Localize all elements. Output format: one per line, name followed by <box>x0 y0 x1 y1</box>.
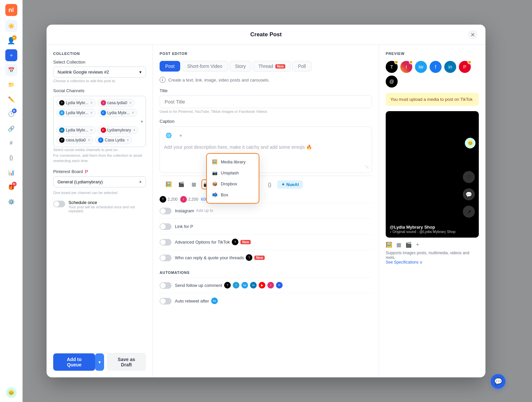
instagram-notification-badge <box>409 60 413 64</box>
link-for-p-row: Link for P <box>160 218 372 234</box>
auto-retweet-toggle[interactable] <box>160 298 172 304</box>
title-input[interactable] <box>160 95 372 108</box>
sidebar-icon-sun[interactable]: ☀️ <box>5 20 17 32</box>
caption-placeholder[interactable]: Add your post description here, make it … <box>164 143 368 151</box>
channel-tag[interactable]: in Lydia Mybr... × <box>56 126 96 134</box>
remove-channel-icon[interactable]: × <box>90 100 93 105</box>
remove-channel-icon[interactable]: × <box>127 138 129 142</box>
unsplash-option[interactable]: 📷 Unsplash <box>207 167 259 178</box>
add-icon[interactable]: ＋ <box>176 131 185 140</box>
send-followup-toggle[interactable] <box>160 282 172 289</box>
char-count-instagram: I 2,200 <box>180 196 198 203</box>
channel-tag[interactable]: T casa.lydia0 × <box>56 136 93 144</box>
tab-post[interactable]: Post <box>160 61 180 72</box>
video-actions: ♡ 💬 ↗ <box>463 171 475 218</box>
sidebar-icon-code[interactable]: {} <box>5 152 17 164</box>
nuei-button[interactable]: ✦ NueAI <box>277 180 303 189</box>
remove-channel-icon[interactable]: × <box>133 128 135 132</box>
link-for-p-toggle[interactable] <box>160 223 172 230</box>
linkedin-preview-platform[interactable]: in <box>444 61 456 73</box>
media-library-option[interactable]: 🖼️ Media library <box>207 156 259 167</box>
tab-thread[interactable]: Thread New <box>253 61 291 72</box>
channel-tag[interactable]: I casa.lydia0 × <box>98 99 135 107</box>
channel-tag[interactable]: F Lydia Mybr... × <box>98 109 137 117</box>
instagram-toggle[interactable] <box>160 208 172 214</box>
twitter-preview-platform[interactable]: tw <box>415 61 427 73</box>
video-sound-text: ♪ Original sound - @Lydia Mybrary Shop <box>390 230 475 234</box>
sidebar-icon-calendar[interactable]: 📅 <box>5 64 17 76</box>
channel-tag[interactable]: P Lydiamybrary × <box>98 126 139 134</box>
sidebar-icon-chart[interactable]: 📊 <box>5 166 17 178</box>
facebook-preview-platform[interactable]: f <box>430 61 442 73</box>
sidebar-icon-clock[interactable]: 🕐 B <box>5 108 17 120</box>
comment-icon[interactable]: 💬 <box>463 188 475 200</box>
schedule-once-row: Schedule once Your post will be schedule… <box>53 200 146 213</box>
spec-text: Supports images posts, multimedia, video… <box>386 251 479 260</box>
link-for-p-label: Link for P <box>175 224 193 229</box>
sidebar: nl ☀️ 👤 ● ＋ 📅 📁 ✏️ 🕐 B 🔗 # {} 📊 🎁 N ⚙️ 😊 <box>0 0 23 402</box>
chat-fab-button[interactable]: 💬 <box>491 374 505 389</box>
modal-header: Create Post ✕ <box>47 25 485 45</box>
tab-short-form-video[interactable]: Short-form Video <box>182 61 228 72</box>
channel-tags-container: T Lydia Mybr... × I casa.lydia0 × B Lydi… <box>53 96 146 147</box>
channels-expand-icon[interactable]: ▾ <box>141 119 143 124</box>
threads-preview-platform[interactable]: @ <box>386 76 398 88</box>
preview-title: PREVIEW <box>386 52 479 56</box>
sidebar-icon-folder[interactable]: 📁 <box>5 79 17 91</box>
remove-channel-icon[interactable]: × <box>88 138 90 142</box>
save-draft-button[interactable]: Save as Draft <box>107 353 146 371</box>
sidebar-icon-edit[interactable]: ✏️ <box>5 93 17 105</box>
sidebar-icon-settings[interactable]: ⚙️ <box>5 196 17 208</box>
share-icon[interactable]: ↗ <box>463 206 475 218</box>
unsplash-icon: 📷 <box>212 170 217 175</box>
carousel-icon[interactable]: ▦ <box>189 179 199 189</box>
dropbox-option[interactable]: 📦 Dropbox <box>207 178 259 189</box>
media-toolbar: 🖼️ 🎬 ▦ 📷 😊 A ≡ # {} ✦ NueAI <box>160 176 372 193</box>
code-icon[interactable]: {} <box>265 179 275 189</box>
video-icon[interactable]: 🎬 <box>176 179 186 189</box>
remove-channel-icon[interactable]: × <box>129 100 132 105</box>
tiktok-notification-badge <box>394 60 398 64</box>
collection-dropdown[interactable]: Nuelink Google reviews #2 ▾ <box>53 67 146 78</box>
see-specifications-link[interactable]: See Specifications ∨ <box>386 260 479 265</box>
schedule-once-toggle[interactable] <box>53 201 65 207</box>
channel-tag[interactable]: B Lydia Mybr... × <box>56 109 96 117</box>
tab-story[interactable]: Story <box>229 61 252 72</box>
spec-icons-row: 🖼️ ▦ 🎬 + <box>386 242 479 248</box>
threads-reply-toggle[interactable] <box>160 255 172 261</box>
facebook-icon: f <box>435 64 436 70</box>
pinterest-board-hint: One board per channel can be selected. <box>53 191 146 195</box>
box-option[interactable]: 📫 Box <box>207 189 259 200</box>
heart-icon[interactable]: ♡ <box>463 171 475 183</box>
sidebar-icon-avatar[interactable]: 👤 ● <box>5 35 17 47</box>
add-to-queue-chevron[interactable]: ▾ <box>95 353 104 371</box>
tiktok-preview-platform[interactable]: T <box>386 61 398 73</box>
globe-icon[interactable]: 🌐 <box>164 131 173 140</box>
media-library-dropdown-icon: 🖼️ <box>212 159 217 164</box>
sidebar-icon-hash[interactable]: # <box>5 137 17 149</box>
sidebar-icon-gift[interactable]: 🎁 N <box>5 181 17 193</box>
channel-tag[interactable]: T Lydia Mybr... × <box>56 99 96 107</box>
social-channels-section: Social Channels T Lydia Mybr... × I casa… <box>53 88 146 164</box>
sidebar-icon-add[interactable]: ＋ <box>5 49 17 61</box>
add-to-queue-button[interactable]: Add to Queue <box>53 353 95 371</box>
instagram-preview-platform[interactable]: I <box>400 61 412 73</box>
sidebar-icon-link[interactable]: 🔗 <box>5 122 17 134</box>
advanced-tiktok-toggle[interactable] <box>160 239 172 246</box>
threads-icon: @ <box>389 79 394 84</box>
image-icon[interactable]: 🖼️ <box>164 179 174 189</box>
pinterest-preview-platform[interactable]: P <box>459 61 471 73</box>
tab-poll[interactable]: Poll <box>292 61 311 72</box>
remove-channel-icon[interactable]: × <box>132 110 134 115</box>
remove-channel-icon[interactable]: × <box>90 128 93 132</box>
instagram-option-row: Instagram Add up to <box>160 203 372 218</box>
channel-tag[interactable]: F Casa Lydia × <box>95 136 132 144</box>
schedule-once-label: Schedule once <box>68 200 146 205</box>
advanced-tiktok-row: Advanced Options for TikTok T New <box>160 234 372 250</box>
remove-channel-icon[interactable]: × <box>90 110 93 115</box>
close-button[interactable]: ✕ <box>468 30 477 39</box>
resize-handle-icon: ⤡ <box>365 164 369 170</box>
reels-spec-icon: + <box>416 242 419 248</box>
pinterest-board-dropdown[interactable]: General (Lydiamybrary) × <box>53 176 146 187</box>
caption-label: Caption <box>160 119 372 124</box>
